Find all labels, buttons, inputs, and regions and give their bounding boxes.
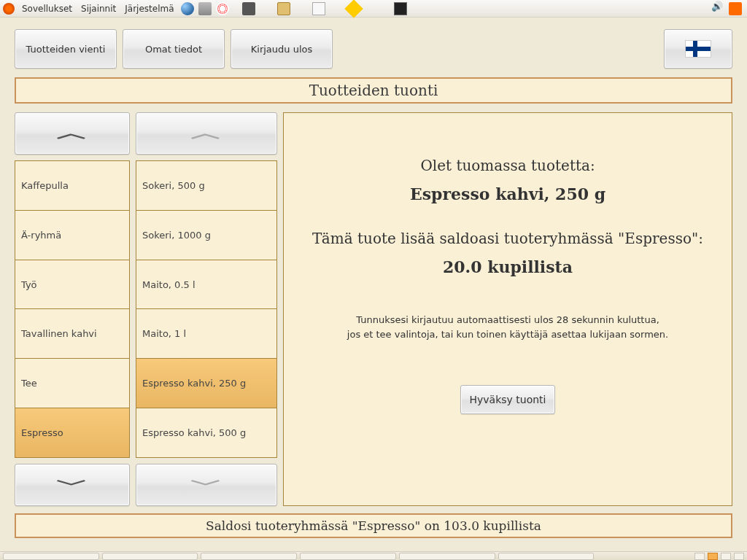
page-title: Tuotteiden tuonti	[15, 77, 732, 104]
detail-effect-amount: 20.0 kupillista	[298, 257, 717, 276]
category-scroll-up-button[interactable]: ︿	[15, 112, 130, 155]
note-line2: jos et tee valintoja, tai kun toinen käy…	[298, 327, 717, 342]
taskbar-button[interactable]	[3, 553, 99, 560]
category-item[interactable]: Tavallinen kahvi	[15, 309, 129, 359]
taskbar-button[interactable]	[498, 553, 595, 560]
chevron-up-icon: ︿	[190, 121, 223, 146]
finland-flag-icon	[685, 40, 711, 58]
accept-import-button[interactable]: Hyväksy tuonti	[460, 385, 555, 414]
help-lifebuoy-icon[interactable]	[216, 2, 229, 15]
logout-button[interactable]: Kirjaudu ulos	[231, 29, 333, 69]
product-scroll-up-button[interactable]: ︿	[136, 112, 277, 155]
volume-icon[interactable]	[711, 2, 724, 15]
detail-effect-label: Tämä tuote lisää saldoasi tuoteryhmässä …	[298, 230, 717, 247]
workspace-switcher[interactable]	[721, 553, 731, 560]
export-button[interactable]: Tuotteiden vienti	[15, 29, 117, 69]
main-columns: ︿ Kaffepulla Ä-ryhmä Työ Tavallinen kahv…	[15, 112, 732, 506]
menu-applications[interactable]: Sovellukset	[18, 4, 77, 14]
shutdown-icon[interactable]	[729, 2, 742, 15]
category-item[interactable]: Tee	[15, 359, 129, 408]
product-item-selected[interactable]: Espresso kahvi, 250 g	[136, 359, 276, 408]
taskbar-button[interactable]	[102, 553, 198, 560]
desktop-bottom-panel	[0, 551, 747, 560]
chevron-down-icon: ﹀	[56, 472, 89, 497]
chevron-up-icon: ︿	[56, 121, 89, 146]
category-scroll-down-button[interactable]: ﹀	[15, 464, 130, 506]
menu-system[interactable]: Järjestelmä	[120, 4, 178, 14]
terminal-icon[interactable]	[394, 2, 407, 15]
app-window: Tuotteiden vienti Omat tiedot Kirjaudu u…	[0, 18, 747, 551]
category-item[interactable]: Kaffepulla	[15, 161, 129, 211]
product-scroll-down-button[interactable]: ﹀	[136, 464, 277, 506]
detail-panel: Olet tuomassa tuotetta: Espresso kahvi, …	[283, 112, 732, 506]
category-item[interactable]: Ä-ryhmä	[15, 211, 129, 260]
warning-icon[interactable]	[344, 0, 363, 18]
workspace-switcher[interactable]	[694, 553, 705, 560]
category-item-selected[interactable]: Espresso	[15, 408, 129, 457]
product-list: Sokeri, 500 g Sokeri, 1000 g Maito, 0.5 …	[136, 160, 277, 458]
ubuntu-logo-icon	[3, 3, 15, 15]
taskbar-button[interactable]	[300, 553, 396, 560]
status-bar: Saldosi tuoteryhmässä "Espresso" on 103.…	[15, 513, 732, 538]
category-item[interactable]: Työ	[15, 260, 129, 310]
workspace-switcher[interactable]	[734, 553, 744, 560]
taskbar-button[interactable]	[201, 553, 297, 560]
globe-icon[interactable]	[181, 2, 194, 15]
chevron-down-icon: ﹀	[190, 472, 223, 497]
product-item[interactable]: Maito, 0.5 l	[136, 260, 276, 310]
category-column: ︿ Kaffepulla Ä-ryhmä Työ Tavallinen kahv…	[15, 112, 130, 506]
note-line1: Tunnuksesi kirjautuu automaattisesti ulo…	[298, 313, 717, 327]
profile-button[interactable]: Omat tiedot	[123, 29, 225, 69]
folder-icon[interactable]	[277, 2, 290, 15]
camera-icon[interactable]	[242, 2, 255, 15]
menu-places[interactable]: Sijainnit	[77, 4, 120, 14]
detail-product-name: Espresso kahvi, 250 g	[298, 184, 717, 203]
taskbar-button[interactable]	[399, 553, 495, 560]
home-icon[interactable]	[198, 2, 212, 15]
product-item[interactable]: Sokeri, 1000 g	[136, 211, 276, 260]
document-icon[interactable]	[312, 2, 325, 15]
product-item[interactable]: Espresso kahvi, 500 g	[136, 408, 276, 457]
product-item[interactable]: Maito, 1 l	[136, 309, 276, 359]
desktop-top-panel: Sovellukset Sijainnit Järjestelmä	[0, 0, 747, 18]
auto-logout-note: Tunnuksesi kirjautuu automaattisesti ulo…	[298, 313, 717, 341]
workspace-switcher-active[interactable]	[708, 553, 718, 560]
detail-intro: Olet tuomassa tuotetta:	[298, 157, 717, 174]
product-column: ︿ Sokeri, 500 g Sokeri, 1000 g Maito, 0.…	[136, 112, 277, 506]
language-button[interactable]	[664, 29, 732, 69]
product-item[interactable]: Sokeri, 500 g	[136, 161, 276, 211]
category-list: Kaffepulla Ä-ryhmä Työ Tavallinen kahvi …	[15, 160, 130, 458]
toolbar: Tuotteiden vienti Omat tiedot Kirjaudu u…	[15, 29, 732, 69]
